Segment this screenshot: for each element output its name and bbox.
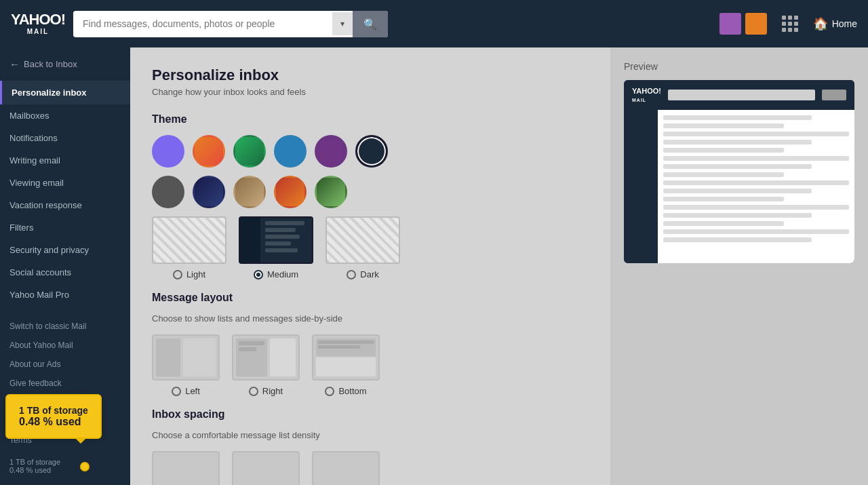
- theme-circle-dark-gray[interactable]: [152, 176, 184, 208]
- layout-right[interactable]: Right: [232, 334, 300, 396]
- layout-right-label: Right: [262, 386, 283, 396]
- layout-bottom[interactable]: Bottom: [312, 334, 380, 396]
- density-dark-radio[interactable]: [347, 270, 356, 279]
- spacing-section-label: Inbox spacing: [152, 408, 589, 421]
- storage-tooltip-line2: 0.48 % used: [19, 416, 88, 428]
- storage-tooltip-line1: 1 TB of storage: [19, 405, 88, 416]
- theme-circle-blue[interactable]: [274, 135, 307, 168]
- back-to-inbox-label: Back to Inbox: [24, 59, 77, 69]
- density-medium-label: Medium: [267, 269, 298, 279]
- app-body: ← Back to Inbox Personalize inbox Mailbo…: [0, 47, 868, 485]
- spacing-compact-visual: [152, 451, 220, 485]
- layout-bottom-radio[interactable]: [325, 387, 334, 396]
- sidebar-item-filters[interactable]: Filters: [0, 216, 130, 239]
- theme-circle-green[interactable]: [233, 135, 266, 168]
- sidebar-item-personalize-inbox[interactable]: Personalize inbox: [0, 81, 130, 104]
- app-header: YAHOO! MAIL ▾ 🔍 🏠 Home: [0, 0, 868, 47]
- search-bar[interactable]: ▾ 🔍: [73, 11, 388, 37]
- home-label: Home: [832, 18, 857, 29]
- theme-circle-purple[interactable]: [152, 135, 184, 168]
- density-medium-visual: [239, 216, 313, 264]
- preview-logo: YAHOO!MAIL: [632, 87, 661, 103]
- search-submit-button[interactable]: 🔍: [353, 11, 388, 37]
- sidebar-item-social-accounts[interactable]: Social accounts: [0, 261, 130, 284]
- sidebar-item-about-our-ads[interactable]: About our Ads: [0, 355, 130, 374]
- density-dark-label: Dark: [360, 269, 378, 279]
- theme-circle-dark-purple[interactable]: [315, 135, 347, 168]
- density-dark[interactable]: Dark: [326, 216, 400, 279]
- settings-content: Personalize inbox Change how your inbox …: [130, 47, 610, 485]
- spacing-default[interactable]: [232, 451, 300, 485]
- page-title: Personalize inbox: [152, 66, 589, 84]
- storage-used: 0.48 % used: [9, 466, 121, 474]
- theme-circle-navy[interactable]: [355, 135, 388, 168]
- layout-right-visual: [232, 334, 300, 381]
- avatar-1[interactable]: [719, 13, 741, 35]
- layout-left-label: Left: [185, 386, 200, 396]
- spacing-relaxed[interactable]: [312, 451, 380, 485]
- layout-section-sublabel: Choose to show lists and messages side-b…: [152, 313, 589, 324]
- preview-search-bar: [668, 90, 815, 100]
- sidebar-item-mailboxes[interactable]: Mailboxes: [0, 104, 130, 127]
- theme-row-1: [152, 135, 589, 168]
- layout-options: Left Right: [152, 334, 589, 396]
- spacing-default-visual: [232, 451, 300, 485]
- avatar-2[interactable]: [745, 13, 767, 35]
- density-light-label: Light: [186, 269, 205, 279]
- layout-left-radio[interactable]: [172, 387, 181, 396]
- theme-circle-night-sky[interactable]: [193, 176, 225, 208]
- theme-section-label: Theme: [152, 113, 589, 125]
- back-arrow-icon: ←: [9, 58, 20, 70]
- sidebar-item-vacation-response[interactable]: Vacation response: [0, 194, 130, 216]
- density-medium[interactable]: Medium: [239, 216, 313, 279]
- search-dropdown-button[interactable]: ▾: [332, 12, 353, 35]
- layout-right-radio[interactable]: [249, 387, 258, 396]
- sidebar-item-yahoo-mail-pro[interactable]: Yahoo Mail Pro: [0, 284, 130, 306]
- layout-bottom-visual: [312, 334, 380, 381]
- density-medium-radio[interactable]: [254, 270, 263, 279]
- theme-circle-forest[interactable]: [315, 176, 347, 208]
- layout-section-label: Message layout: [152, 292, 589, 304]
- sidebar-item-give-feedback[interactable]: Give feedback: [0, 374, 130, 393]
- preview-mockup: YAHOO!MAIL: [624, 80, 854, 263]
- preview-button: [822, 90, 846, 100]
- sidebar-item-security-privacy[interactable]: Security and privacy: [0, 239, 130, 261]
- home-button[interactable]: 🏠 Home: [813, 16, 857, 31]
- layout-left[interactable]: Left: [152, 334, 220, 396]
- theme-circle-mountain[interactable]: [233, 176, 266, 208]
- preview-sidebar: [624, 110, 658, 263]
- home-icon: 🏠: [813, 16, 828, 31]
- storage-label: 1 TB of storage: [9, 458, 121, 466]
- density-light-visual: [152, 216, 226, 264]
- preview-label: Preview: [624, 61, 854, 72]
- sidebar-item-about-yahoo-mail[interactable]: About Yahoo Mail: [0, 336, 130, 355]
- sidebar-item-writing-email[interactable]: Writing email: [0, 149, 130, 172]
- layout-bottom-label: Bottom: [338, 386, 366, 396]
- preview-topbar: YAHOO!MAIL: [624, 80, 854, 110]
- settings-sidebar: ← Back to Inbox Personalize inbox Mailbo…: [0, 47, 130, 485]
- apps-grid-icon[interactable]: [782, 16, 798, 32]
- sidebar-item-viewing-email[interactable]: Viewing email: [0, 172, 130, 194]
- density-light-radio[interactable]: [173, 270, 182, 279]
- preview-body: [624, 110, 854, 263]
- back-to-inbox-link[interactable]: ← Back to Inbox: [0, 47, 130, 81]
- preview-panel: Preview YAHOO!MAIL: [610, 47, 868, 485]
- density-options: Light Medium: [152, 216, 589, 279]
- storage-dot-indicator: [80, 462, 90, 471]
- theme-circle-orange[interactable]: [193, 135, 225, 168]
- spacing-section-sublabel: Choose a comfortable message list densit…: [152, 430, 589, 440]
- search-input[interactable]: [73, 12, 332, 36]
- storage-tooltip: 1 TB of storage 0.48 % used: [5, 394, 102, 439]
- spacing-relaxed-visual: [312, 451, 380, 485]
- spacing-compact[interactable]: [152, 451, 220, 485]
- sidebar-item-notifications[interactable]: Notifications: [0, 127, 130, 149]
- theme-circle-sunset[interactable]: [274, 176, 307, 208]
- theme-row-2: [152, 176, 589, 208]
- sidebar-item-switch-classic[interactable]: Switch to classic Mail: [0, 317, 130, 336]
- storage-info: 1 TB of storage 0.48 % used: [0, 450, 130, 485]
- density-light[interactable]: Light: [152, 216, 226, 279]
- preview-content: [658, 110, 854, 263]
- yahoo-logo: YAHOO! MAIL: [11, 12, 65, 35]
- page-subtitle: Change how your inbox looks and feels: [152, 87, 589, 97]
- layout-left-visual: [152, 334, 220, 381]
